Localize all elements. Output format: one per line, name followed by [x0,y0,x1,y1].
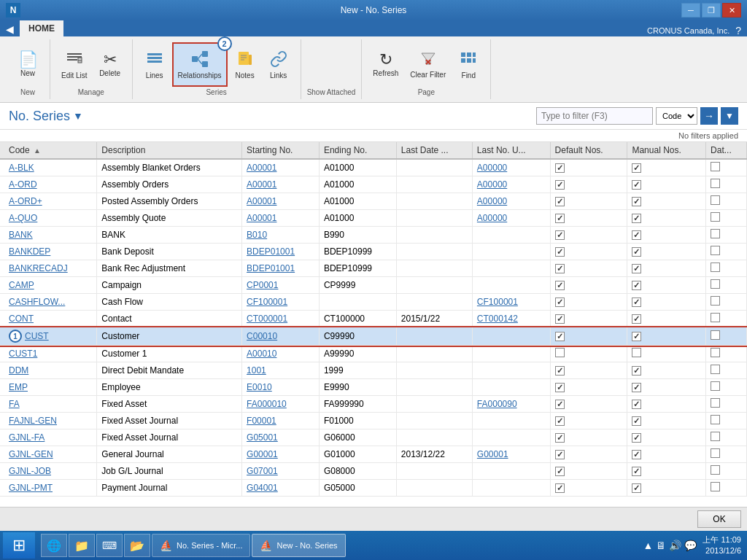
link-text[interactable]: EMP [9,382,28,392]
table-row[interactable]: EMPEmployeeE0010E9990 [0,379,747,396]
link-text[interactable]: 1001 [247,365,266,376]
table-row[interactable]: GJNL-PMTPayment JournalG04001G05000 [0,480,747,497]
link-text[interactable]: CF100001 [247,297,287,307]
link-text[interactable]: FA [9,399,20,409]
checkbox[interactable] [632,383,641,392]
page-title-dropdown[interactable]: ▼ [73,110,83,122]
checkbox[interactable] [555,314,565,324]
link-text[interactable]: GJNL-GEN [9,449,53,459]
link-text[interactable]: GJNL-JOB [9,466,51,476]
taskbar-cmd[interactable]: ⌨ [96,534,123,557]
link-text[interactable]: CP0001 [247,280,278,290]
checkbox[interactable] [711,415,720,424]
checkbox[interactable] [711,465,720,475]
link-text[interactable]: CASHFLOW... [9,297,65,307]
col-dat[interactable]: Dat... [706,142,747,159]
filter-expand-button[interactable]: ▼ [721,107,738,125]
table-row[interactable]: A-ORDAssembly OrdersA00001A01000A00000 [0,176,747,193]
checkbox[interactable] [711,448,720,458]
col-last-date[interactable]: Last Date ... [396,142,472,159]
table-row[interactable]: DDMDirect Debit Mandate10011999 [0,362,747,379]
link-text[interactable]: GJNL-PMT [9,483,53,493]
filter-go-button[interactable]: → [700,107,718,125]
link-text[interactable]: G00001 [477,449,508,459]
checkbox[interactable] [555,450,565,459]
table-row[interactable]: GJNL-JOBJob G/L JournalG07001G08000 [0,463,747,480]
table-row[interactable]: BANKRECADJBank Rec AdjustmentBDEP01001BD… [0,260,747,277]
checkbox[interactable] [555,264,565,273]
link-text[interactable]: C00010 [247,331,277,341]
taskbar-files[interactable]: 📂 [124,534,150,557]
table-row[interactable]: A-BLKAssembly Blanket OrdersA00001A01000… [0,159,747,176]
link-text[interactable]: DDM [9,365,28,376]
link-text[interactable]: BDEP01001 [247,263,295,273]
checkbox[interactable] [632,281,641,290]
checkbox[interactable] [711,330,720,340]
link-text[interactable]: A-ORD+ [9,196,42,206]
checkbox[interactable] [711,381,720,391]
checkbox[interactable] [555,180,565,190]
checkbox[interactable] [711,212,720,222]
checkbox[interactable] [555,348,565,357]
checkbox[interactable] [632,247,641,257]
link-text[interactable]: A00000 [477,213,507,223]
table-row[interactable]: A-ORD+Posted Assembly OrdersA00001A01000… [0,193,747,210]
filter-field-dropdown[interactable]: Code [656,107,697,125]
link-text[interactable]: A-BLK [9,163,34,173]
link-text[interactable]: CT000142 [477,314,518,324]
link-text[interactable]: BANKRECADJ [9,263,68,273]
table-row[interactable]: BANKBANKB010B990 [0,227,747,244]
checkbox[interactable] [632,433,641,443]
checkbox[interactable] [555,366,565,376]
link-text[interactable]: G00001 [247,449,278,459]
link-text[interactable]: A00000 [477,163,507,173]
col-last-no[interactable]: Last No. U... [472,142,550,159]
link-text[interactable]: A-QUO [9,213,37,223]
checkbox[interactable] [632,180,641,190]
checkbox[interactable] [555,467,565,476]
col-code[interactable]: Code ▲ [0,142,97,159]
checkbox[interactable] [555,197,565,206]
taskbar-explorer[interactable]: 📁 [69,534,95,557]
checkbox[interactable] [632,264,641,273]
link-text[interactable]: A00001 [247,163,276,173]
checkbox[interactable] [711,179,720,188]
checkbox[interactable] [632,230,641,240]
close-button[interactable]: ✕ [722,3,741,18]
taskbar-new-noseries-btn[interactable]: ⛵ New - No. Series [252,534,345,557]
checkbox[interactable] [555,416,565,426]
taskbar-noseries-btn[interactable]: ⛵ No. Series - Micr... [152,534,250,557]
col-starting[interactable]: Starting No. [242,142,320,159]
table-row[interactable]: CONTContactCT000001CT1000002015/1/22CT00… [0,311,747,327]
minimize-button[interactable]: ─ [681,3,700,18]
restore-button[interactable]: ❐ [702,3,721,18]
col-default[interactable]: Default Nos. [550,142,627,159]
table-row[interactable]: CASHFLOW...Cash FlowCF100001CF100001 [0,294,747,311]
link-text[interactable]: G07001 [247,466,278,476]
checkbox[interactable] [711,348,720,357]
col-description[interactable]: Description [97,142,242,159]
checkbox[interactable] [632,163,641,173]
link-text[interactable]: G05001 [247,432,278,443]
link-text[interactable]: CONT [9,314,34,324]
link-text[interactable]: CAMP [9,280,34,290]
checkbox[interactable] [711,296,720,306]
delete-button[interactable]: ✂ Delete [94,42,126,87]
col-ending[interactable]: Ending No. [319,142,396,159]
help-icon[interactable]: ? [735,25,741,36]
link-text[interactable]: F00001 [247,416,276,426]
link-text[interactable]: A00010 [247,349,276,359]
new-button[interactable]: 📄 New [12,42,44,87]
link-text[interactable]: A-ORD [9,179,37,190]
checkbox[interactable] [632,483,641,493]
checkbox[interactable] [555,433,565,443]
checkbox[interactable] [711,229,720,238]
checkbox[interactable] [555,383,565,392]
find-button[interactable]: Find [452,42,484,87]
checkbox[interactable] [711,195,720,205]
link-text[interactable]: CT000001 [247,314,287,324]
link-text[interactable]: A00000 [477,179,507,190]
table-row[interactable]: CUST1Customer 1A00010A99990 [0,346,747,362]
table-row[interactable]: CAMPCampaignCP0001CP9999 [0,277,747,294]
table-row[interactable]: BANKDEPBank DepositBDEP01001BDEP10999 [0,244,747,260]
